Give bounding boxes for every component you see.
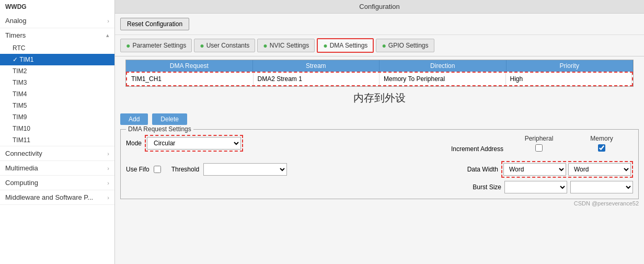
burst-size-memory-select[interactable] <box>570 181 633 193</box>
sidebar-item-computing[interactable]: Computing › <box>0 176 114 190</box>
sidebar-item-multimedia-label: Multimedia <box>5 164 38 172</box>
memory-increment-checkbox-cell <box>570 144 633 153</box>
tab-user-constants-label: User Constants <box>206 42 250 49</box>
burst-size-label: Burst Size <box>473 183 501 191</box>
cell-priority: High <box>506 73 632 85</box>
sidebar-group-connectivity: Connectivity › <box>0 146 114 161</box>
delete-button[interactable]: Delete <box>152 113 187 125</box>
dma-table-header: DMA Request Stream Direction Priority <box>126 60 633 72</box>
dot-icon: ● <box>126 41 130 50</box>
data-width-peripheral-select[interactable]: Word Byte Half Word <box>503 163 566 176</box>
reset-configuration-button[interactable]: Reset Configuration <box>120 18 189 30</box>
dot-icon-4: ● <box>323 41 327 50</box>
sidebar-subitem-tim2[interactable]: TIM2 <box>0 65 114 77</box>
col-dma-request: DMA Request <box>126 60 253 72</box>
tab-nvic-settings-label: NVIC Settings <box>270 42 309 49</box>
settings-legend: DMA Request Settings <box>126 125 193 133</box>
mode-row: Mode Circular Normal <box>126 135 243 152</box>
tab-parameter-settings-label: Parameter Settings <box>132 42 186 49</box>
use-fifo-checkbox[interactable] <box>154 166 161 173</box>
peripheral-increment-checkbox[interactable] <box>535 144 543 152</box>
watermark: CSDN @perseverance52 <box>115 199 644 208</box>
increment-address-label: Increment Address <box>451 145 503 153</box>
sidebar-item-computing-label: Computing <box>5 179 38 187</box>
sidebar-group-timers: Timers ▴ RTC ✓ TIM1 TIM2 TIM3 TIM4 TIM5 … <box>0 28 114 146</box>
sidebar-subitem-tim4[interactable]: TIM4 <box>0 88 114 100</box>
sidebar-item-connectivity-label: Connectivity <box>5 150 42 157</box>
data-width-label: Data Width <box>467 166 498 173</box>
tab-gpio-settings[interactable]: ● GPIO Settings <box>376 39 434 52</box>
sidebar-item-timers-label: Timers <box>5 31 26 39</box>
tab-nvic-settings[interactable]: ● NVIC Settings <box>257 39 315 52</box>
cell-direction: Memory To Peripheral <box>380 73 506 85</box>
sidebar-subitem-tim10[interactable]: TIM10 <box>0 123 114 134</box>
tabs-bar: ● Parameter Settings ● User Constants ● … <box>115 35 644 56</box>
chevron-right-icon-4: › <box>107 180 109 186</box>
sidebar-item-middleware-label: Middleware and Software P... <box>5 193 93 201</box>
peripheral-increment-checkbox-cell <box>508 144 570 153</box>
sidebar-subitem-tim5[interactable]: TIM5 <box>0 100 114 111</box>
threshold-label: Threshold <box>171 166 199 173</box>
dot-icon-2: ● <box>200 41 204 50</box>
sidebar-item-connectivity[interactable]: Connectivity › <box>0 146 114 160</box>
col-priority: Priority <box>507 60 634 72</box>
sidebar-header: WWDG <box>0 0 114 14</box>
sidebar-item-analog[interactable]: Analog › <box>0 14 114 28</box>
data-width-selects-wrapper: Word Byte Half Word Word Byte Half Word <box>501 161 633 178</box>
main-panel: Configuration Reset Configuration ● Para… <box>115 0 644 264</box>
table-row[interactable]: TIM1_CH1 DMA2 Stream 1 Memory To Periphe… <box>126 72 633 86</box>
chevron-right-icon-2: › <box>107 151 109 157</box>
sidebar-item-timers[interactable]: Timers ▴ <box>0 28 114 42</box>
memory-header: Memory <box>570 135 633 142</box>
check-icon: ✓ <box>13 56 19 63</box>
toolbar: Reset Configuration <box>115 14 644 35</box>
dma-table: DMA Request Stream Direction Priority TI… <box>125 60 634 87</box>
chevron-right-icon: › <box>107 18 109 24</box>
mode-select[interactable]: Circular Normal <box>147 137 241 150</box>
sidebar-subitem-tim9[interactable]: TIM9 <box>0 111 114 123</box>
tab-user-constants[interactable]: ● User Constants <box>194 39 255 52</box>
sidebar-subitem-tim1[interactable]: ✓ TIM1 <box>0 54 114 65</box>
cell-dma-request: TIM1_CH1 <box>127 73 254 85</box>
tab-dma-settings-label: DMA Settings <box>330 42 368 49</box>
config-title: Configuration <box>115 0 644 14</box>
add-button[interactable]: Add <box>120 113 148 125</box>
peripheral-header: Peripheral <box>508 135 570 142</box>
burst-size-peripheral-select[interactable] <box>504 181 567 193</box>
sidebar-item-analog-label: Analog <box>5 17 26 25</box>
sidebar-group-multimedia: Multimedia › <box>0 161 114 176</box>
mode-select-wrapper: Circular Normal <box>145 135 243 152</box>
memory-increment-checkbox[interactable] <box>598 144 605 152</box>
chevron-right-icon-5: › <box>107 194 109 201</box>
sidebar-item-middleware[interactable]: Middleware and Software P... › <box>0 190 114 204</box>
sidebar-subitem-rtc[interactable]: RTC <box>0 42 114 54</box>
col-stream: Stream <box>253 60 380 72</box>
sidebar-subitem-tim3[interactable]: TIM3 <box>0 77 114 88</box>
chevron-down-icon: ▴ <box>106 32 109 39</box>
mode-label: Mode <box>126 140 142 147</box>
annotation-text: 内存到外设 <box>115 87 644 109</box>
sidebar: WWDG Analog › Timers ▴ RTC ✓ TIM1 TIM2 T… <box>0 0 115 264</box>
sidebar-subitem-tim11[interactable]: TIM11 <box>0 134 114 146</box>
chevron-right-icon-3: › <box>107 165 109 171</box>
sidebar-item-multimedia[interactable]: Multimedia › <box>0 161 114 175</box>
sidebar-group-computing: Computing › <box>0 176 114 190</box>
data-width-memory-select[interactable]: Word Byte Half Word <box>568 163 631 176</box>
use-fifo-label: Use Fifo <box>126 166 150 173</box>
dma-request-settings: DMA Request Settings Mode Circular Norma… <box>120 129 639 199</box>
cell-stream: DMA2 Stream 1 <box>254 73 380 85</box>
col-direction: Direction <box>380 60 507 72</box>
sidebar-group-analog: Analog › <box>0 14 114 28</box>
action-buttons: Add Delete <box>115 109 644 129</box>
sidebar-group-middleware: Middleware and Software P... › <box>0 190 114 205</box>
tab-gpio-settings-label: GPIO Settings <box>388 42 429 49</box>
tab-dma-settings[interactable]: ● DMA Settings <box>317 38 374 53</box>
dot-icon-3: ● <box>263 41 267 50</box>
tab-parameter-settings[interactable]: ● Parameter Settings <box>120 39 192 52</box>
threshold-select[interactable] <box>203 163 287 176</box>
dot-icon-5: ● <box>382 41 386 50</box>
